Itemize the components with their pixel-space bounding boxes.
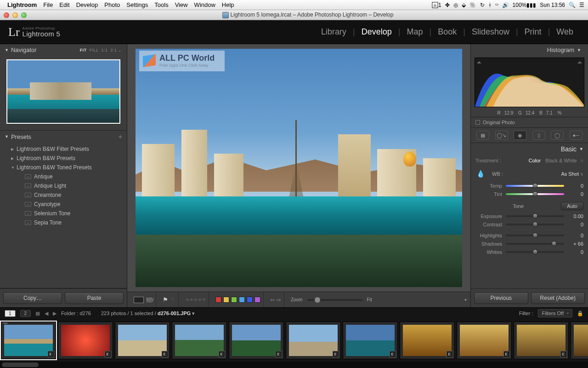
temp-slider[interactable]: Temp0: [471, 182, 588, 190]
color-label-swatch[interactable]: [231, 297, 237, 303]
shadows-slider[interactable]: Shadows+ 66: [471, 240, 588, 248]
spotlight-icon[interactable]: 🔍: [569, 2, 576, 8]
paste-settings-button[interactable]: Paste: [65, 292, 124, 304]
histogram-header[interactable]: Histogram▼: [471, 44, 588, 56]
contrast-slider[interactable]: Contrast0: [471, 220, 588, 229]
filmstrip-thumbnail[interactable]: ◧: [514, 322, 569, 359]
nav-fwd-button[interactable]: ▶: [53, 310, 57, 316]
minimize-window-button[interactable]: [12, 12, 18, 18]
tint-slider[interactable]: Tint0: [471, 190, 588, 198]
filter-lock-icon[interactable]: 🔒: [577, 310, 583, 316]
reset-button[interactable]: Reset (Adobe): [531, 292, 585, 304]
filmstrip-thumbnail[interactable]: ◧: [571, 322, 588, 359]
preset-folder[interactable]: ▶Lightroom B&W Filter Presets: [3, 144, 124, 154]
filmstrip-thumbnail[interactable]: ◧: [286, 322, 341, 359]
preset-item[interactable]: ▭Sepia Tone: [3, 218, 124, 227]
menu-file[interactable]: File: [43, 1, 53, 8]
presets-header[interactable]: ▼ Presets +: [0, 131, 127, 143]
original-photo-toggle[interactable]: Original Photo: [471, 117, 588, 127]
shadow-clip-icon[interactable]: [477, 59, 481, 63]
module-web[interactable]: Web: [550, 27, 580, 37]
preset-folder[interactable]: ▼Lightroom B&W Toned Presets: [3, 163, 124, 172]
close-window-button[interactable]: [4, 12, 9, 18]
filmstrip-thumbnail[interactable]: ◧: [58, 322, 113, 359]
brush-tool[interactable]: ●─: [570, 131, 582, 140]
highlights-slider[interactable]: Highlights0: [471, 231, 588, 240]
crop-tool[interactable]: ▦: [476, 131, 489, 140]
module-slideshow[interactable]: Slideshow: [465, 27, 516, 37]
menu-settings[interactable]: Settings: [126, 1, 148, 8]
flag-pick-button[interactable]: ⚑: [163, 296, 168, 303]
compare-view-button[interactable]: Y|Y: [146, 297, 153, 303]
module-develop[interactable]: Develop: [355, 27, 398, 37]
spot-tool[interactable]: ◯↘: [495, 131, 508, 140]
menu-photo[interactable]: Photo: [104, 1, 120, 8]
preset-item[interactable]: ▭Selenium Tone: [3, 209, 124, 218]
color-label-swatch[interactable]: [247, 297, 253, 303]
flag-reject-button[interactable]: ⚑: [170, 296, 175, 303]
prev-photo-button[interactable]: ⇦: [270, 297, 275, 303]
notifications-icon[interactable]: ☰: [579, 2, 584, 8]
monitor-2-button[interactable]: 2: [20, 310, 31, 317]
treatment-bw[interactable]: Black & White: [545, 158, 577, 163]
image-canvas[interactable]: ALL PC WorldFree Apps One Click Away: [136, 49, 462, 287]
loupe-view-button[interactable]: [134, 297, 144, 303]
color-label-swatch[interactable]: [223, 297, 229, 303]
filmstrip-thumbnail[interactable]: ◧: [115, 322, 170, 359]
wifi-icon[interactable]: ⌔: [495, 2, 498, 8]
color-label-swatch[interactable]: [239, 297, 245, 303]
sync-icon[interactable]: ✤: [445, 2, 450, 8]
module-library[interactable]: Library: [315, 27, 353, 37]
preset-item[interactable]: ▭Creamtone: [3, 190, 124, 200]
navigator-header[interactable]: ▼ Navigator FIT FILL 1:1 2:1 ⌄: [0, 44, 127, 56]
menu-develop[interactable]: Develop: [76, 1, 98, 8]
filmstrip-thumbnail[interactable]: ◧: [343, 322, 398, 359]
filmstrip-thumbnail[interactable]: ◧: [457, 322, 512, 359]
clock[interactable]: Sun 13:56: [540, 2, 565, 8]
filmstrip-thumbnail[interactable]: ◧: [1, 322, 56, 359]
menu-tools[interactable]: Tools: [154, 1, 168, 8]
auto-tone-button[interactable]: Auto: [561, 202, 583, 210]
add-preset-button[interactable]: +: [119, 133, 122, 140]
rating-stars[interactable]: ★★★★★: [182, 292, 209, 307]
bluetooth-icon[interactable]: ᚼ: [488, 2, 492, 8]
menubar-app[interactable]: Lightroom: [7, 1, 37, 8]
filmstrip-thumbnail[interactable]: ◧: [172, 322, 227, 359]
grid-icon[interactable]: ▦: [35, 310, 40, 316]
battery-status[interactable]: 100% ▮▮▮: [513, 2, 537, 8]
exposure-slider[interactable]: Exposure0.00: [471, 212, 588, 220]
module-print[interactable]: Print: [518, 27, 548, 37]
menu-edit[interactable]: Edit: [59, 1, 69, 8]
menu-window[interactable]: Window: [194, 1, 215, 8]
preset-item[interactable]: ▭Cyanotype: [3, 200, 124, 209]
time-machine-icon[interactable]: ↻: [480, 2, 485, 8]
next-photo-button[interactable]: ⇨: [277, 297, 281, 303]
volume-icon[interactable]: 🔊: [502, 2, 509, 8]
preset-item[interactable]: ▭Antique: [3, 172, 124, 181]
zoom-slider[interactable]: [307, 299, 362, 301]
color-label-swatch[interactable]: [254, 297, 260, 303]
adobe-status-icon[interactable]: A1: [432, 2, 441, 8]
module-map[interactable]: Map: [400, 27, 429, 37]
basic-panel-header[interactable]: Basic▼: [471, 143, 588, 155]
whites-slider[interactable]: Whites0: [471, 248, 588, 256]
evernote-icon[interactable]: 🐘: [469, 2, 476, 8]
filter-dropdown[interactable]: Filters Off: [538, 309, 572, 317]
menu-view[interactable]: View: [175, 1, 188, 8]
module-book[interactable]: Book: [431, 27, 463, 37]
zoom-window-button[interactable]: [21, 12, 27, 18]
navigator-preview[interactable]: [6, 59, 120, 124]
copy-settings-button[interactable]: Copy…: [3, 292, 62, 304]
preset-item[interactable]: ▭Antique Light: [3, 181, 124, 190]
toolbar-menu-button[interactable]: ▾: [464, 297, 467, 302]
preset-folder[interactable]: ▶Lightroom B&W Presets: [3, 154, 124, 163]
grad-filter-tool[interactable]: ▯: [532, 131, 545, 140]
highlight-clip-icon[interactable]: [577, 59, 582, 63]
wb-dropdown[interactable]: As Shot⇅: [561, 171, 583, 177]
monitor-1-button[interactable]: 1: [5, 310, 16, 317]
navigator-zoom-levels[interactable]: FIT FILL 1:1 2:1 ⌄: [80, 48, 122, 52]
redeye-tool[interactable]: ◉: [514, 131, 526, 140]
cc-icon[interactable]: ◎: [453, 2, 458, 8]
radial-filter-tool[interactable]: ◯: [551, 131, 564, 140]
menu-help[interactable]: Help: [222, 1, 234, 8]
